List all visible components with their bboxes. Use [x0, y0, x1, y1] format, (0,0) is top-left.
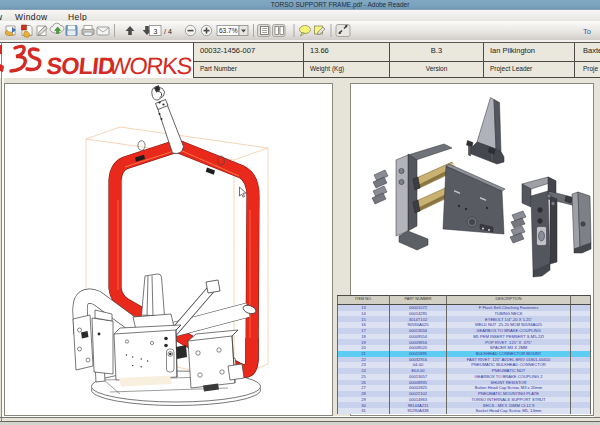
- svg-text:/ 4: / 4: [164, 28, 172, 35]
- svg-text:WORKS: WORKS: [107, 53, 193, 78]
- svg-text:To: To: [583, 27, 591, 36]
- svg-text:63.7%: 63.7%: [219, 27, 238, 34]
- svg-text:SOLID: SOLID: [45, 53, 116, 78]
- svg-text:3: 3: [154, 28, 158, 35]
